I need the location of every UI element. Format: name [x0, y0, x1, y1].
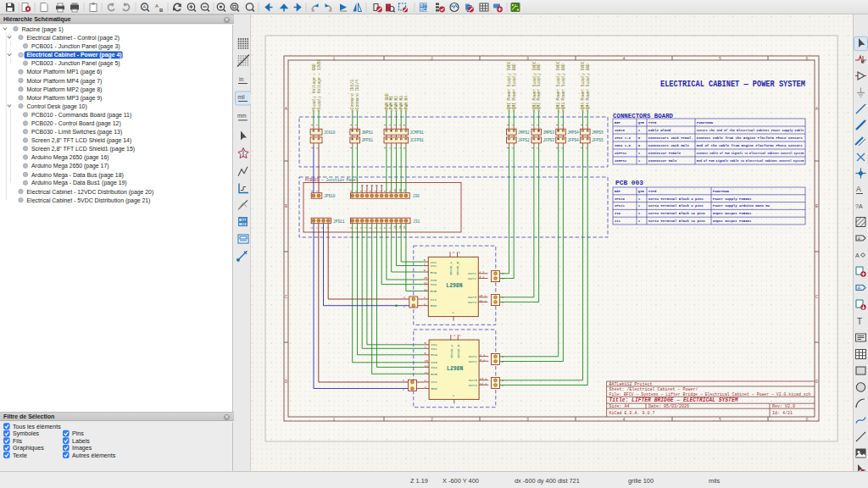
svg-text:GND: GND [431, 387, 437, 391]
svg-text:mm: mm [237, 113, 247, 119]
svg-text:QM2 Power Supply 5VDC: QM2 Power Supply 5VDC [532, 61, 537, 109]
svg-text:-1: -1 [452, 334, 455, 337]
svg-text:Fils: Fils [13, 438, 22, 445]
svg-text:Connector Male: Connector Male [648, 159, 677, 163]
svg-text:B: B [815, 204, 818, 209]
svg-text:JPPS1: JPPS1 [361, 138, 373, 142]
svg-text:JFPS3: JFPS3 [543, 138, 555, 142]
svg-text:QTE: QTE [638, 190, 645, 193]
svg-text:5: 5 [719, 57, 721, 62]
svg-text:Arduino Mega 2650 (page 16): Arduino Mega 2650 (page 16) [31, 154, 109, 161]
svg-text:L298N: L298N [446, 283, 462, 289]
svg-text:PCB010 - Commands Board (page: PCB010 - Commands Board (page 11) [31, 112, 131, 119]
svg-text:BC2: BC2 [420, 8, 429, 12]
svg-text:IN4: IN4 [431, 366, 437, 369]
svg-text:OUT2: OUT2 [469, 360, 478, 363]
svg-text:CONNECTORS BOARD: CONNECTORS BOARD [613, 112, 673, 119]
svg-text:Rev: V2.0: Rev: V2.0 [772, 404, 795, 409]
svg-text:JCFPS1: JCFPS1 [410, 138, 425, 142]
svg-text:PWM M4: PWM M4 [404, 96, 409, 110]
svg-text:Vss: Vss [431, 380, 437, 384]
svg-text:2 1: 2 1 [479, 270, 484, 274]
svg-text:14 2: 14 2 [479, 299, 486, 302]
svg-text:Symboles: Symboles [13, 430, 40, 437]
svg-text:PWM M1: PWM M1 [389, 96, 393, 110]
svg-text:Labels: Labels [72, 438, 90, 445]
svg-text:13 1: 13 1 [479, 294, 486, 297]
svg-text:Motor Platform MP4 (page 7): Motor Platform MP4 (page 7) [27, 78, 103, 85]
svg-text:10: 10 [425, 359, 428, 363]
svg-text:D: D [815, 380, 818, 385]
svg-text:OUT4: OUT4 [468, 301, 477, 304]
svg-text:5: 5 [719, 418, 721, 423]
svg-text:File: BFCV — Systems — Lifter: File: BFCV — Systems — Lifter Bridge — E… [609, 392, 811, 396]
svg-text:IN3: IN3 [431, 279, 437, 282]
svg-text:11: 11 [425, 371, 428, 374]
svg-text:OUT2: OUT2 [468, 277, 477, 280]
svg-text:3: 3 [526, 418, 529, 423]
svg-text:Tous les éléments: Tous les éléments [13, 424, 61, 430]
svg-text:Connect Cable of PWM Signals t: Connect Cable of PWM Signals to Electric… [697, 152, 804, 155]
svg-text:REF: REF [615, 190, 621, 193]
svg-text:TYPE: TYPE [648, 121, 657, 125]
svg-text:PWM M3: PWM M3 [399, 96, 403, 110]
svg-text:TYPE: TYPE [648, 190, 657, 193]
svg-text:3 2: 3 2 [479, 275, 484, 279]
svg-text:2: 2 [431, 418, 433, 423]
svg-text:QM3 Power Supply GND: QM3 Power Supply GND [561, 64, 565, 109]
svg-text:J10: J10 [615, 212, 621, 215]
svg-text:Connector Female: Connector Female [648, 152, 682, 155]
svg-text:4: 4 [622, 57, 625, 62]
svg-text:Racine (page 1): Racine (page 1) [22, 26, 64, 33]
svg-text:J11: J11 [615, 219, 621, 223]
svg-text:5: 5 [424, 258, 426, 262]
svg-text:2 1: 2 1 [480, 353, 485, 357]
svg-text:Size: A4: Size: A4 [609, 404, 630, 409]
svg-text:J31: J31 [413, 219, 420, 224]
svg-text:OUT1: OUT1 [469, 355, 478, 358]
svg-text:?A: ?A [855, 203, 863, 209]
svg-text:J30: J30 [413, 194, 420, 198]
svg-text:Images: Images [72, 445, 92, 452]
svg-text:B: B [285, 204, 287, 209]
svg-text:IN4: IN4 [431, 283, 437, 286]
svg-text:6: 6 [805, 418, 808, 423]
svg-text:Electrical Cabinet - Power (pa: Electrical Cabinet - Power (page 4) [27, 52, 122, 58]
svg-text:Pins: Pins [72, 430, 84, 437]
svg-text:1: 1 [332, 57, 335, 62]
svg-text:A: A [855, 252, 860, 258]
svg-text:QTE: QTE [638, 121, 645, 125]
svg-text:Screw Terminal Block 2 pins: Screw Terminal Block 2 pins [648, 204, 704, 208]
svg-text:T: T [857, 317, 862, 326]
svg-text:SENSE_A: SENSE_A [449, 261, 453, 275]
svg-text:OUT1: OUT1 [468, 272, 477, 275]
svg-text:Power Supply Arduino Nano R4: Power Supply Arduino Nano R4 [713, 204, 771, 208]
svg-text:JPS10: JPS10 [324, 194, 336, 198]
svg-text:End of the cable from Engine P: End of the cable from Engine Platforms P… [697, 144, 803, 147]
svg-text:Connectors Jack Male: Connectors Jack Male [648, 144, 690, 147]
svg-text:2: 2 [425, 385, 426, 389]
svg-text:Connectors Jack Femal.: Connectors Jack Femal. [648, 136, 693, 140]
svg-text:QM4 Power Supply GND: QM4 Power Supply GND [586, 64, 590, 109]
svg-text:IN3: IN3 [431, 361, 437, 364]
svg-text:Connect Cable from the Engine: Connect Cable from the Engine Platform P… [697, 136, 803, 140]
svg-text:JNPS1: JNPS1 [361, 130, 373, 135]
svg-text:OUT4: OUT4 [469, 384, 478, 387]
svg-text:EnA: EnA [431, 271, 437, 274]
svg-text:JPS11: JPS11 [333, 219, 345, 224]
svg-text:PCB003 — Junction Panel: PCB003 — Junction Panel [305, 178, 358, 182]
svg-text:JMPS4: JMPS4 [567, 130, 579, 135]
svg-text:PCB001 - Junction Panel (page: PCB001 - Junction Panel (page 3) [31, 43, 120, 50]
svg-text:12: 12 [425, 364, 428, 368]
svg-text:12: 12 [424, 281, 427, 285]
svg-text:1: 1 [425, 379, 426, 382]
svg-text:PWM M2: PWM M2 [394, 96, 398, 110]
svg-text:JFPS4: JFPS4 [567, 138, 579, 142]
svg-text:QM3 Power Supply 5VDC: QM3 Power Supply 5VDC [556, 61, 560, 109]
svg-text:JCMPS1: JCMPS1 [615, 159, 627, 163]
svg-text:6: 6 [805, 57, 808, 62]
svg-text:14 2: 14 2 [480, 382, 487, 385]
svg-text:Command IN2/4: Command IN2/4 [355, 80, 359, 109]
svg-text:Vss: Vss [431, 298, 437, 302]
svg-text:Screen 2,8" TFT LCD Shield (pa: Screen 2,8" TFT LCD Shield (page 14) [31, 137, 131, 144]
